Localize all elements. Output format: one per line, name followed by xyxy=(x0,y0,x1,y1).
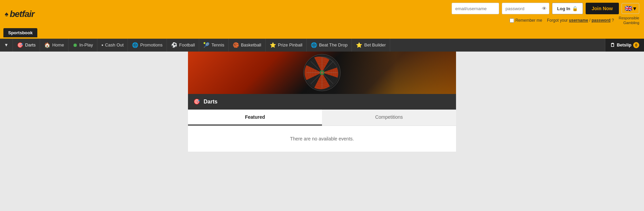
nav-label-basketball: Basketball xyxy=(241,42,261,47)
nav-label-promotions: Promotions xyxy=(140,42,163,47)
forgot-text: Forgot your username / password ? xyxy=(547,18,614,23)
nav-dropdown[interactable]: ▼ xyxy=(0,39,13,52)
content-area: 🎯 Darts Featured Competitions There are … xyxy=(188,52,456,152)
remember-me-checkbox[interactable] xyxy=(510,18,514,23)
logo[interactable]: ♠ betfair xyxy=(5,9,34,19)
header: ♠ betfair 👁 Log In 🔒 Join Now 🇬🇧 ▾ Reme xyxy=(0,0,644,28)
tennis-icon: 🎾 xyxy=(203,42,210,48)
sidebar-item-darts[interactable]: 🎯 Darts xyxy=(13,39,40,52)
darts-section: 🎯 Darts Featured Competitions There are … xyxy=(188,94,456,152)
logo-text: betfair xyxy=(10,9,34,19)
banner-overlay xyxy=(336,52,456,94)
lock-icon: 🔒 xyxy=(572,6,578,11)
tab-featured[interactable]: Featured xyxy=(188,110,322,126)
prize-pinball-icon: ⭐ xyxy=(270,42,276,48)
sidebar-item-home[interactable]: 🏠 Home xyxy=(40,39,69,52)
email-input[interactable] xyxy=(452,3,499,14)
dropdown-arrow: ▾ xyxy=(633,5,636,12)
nav-label-inplay: In-Play xyxy=(79,42,93,47)
sidebar-item-tennis[interactable]: 🎾 Tennis xyxy=(199,39,229,52)
remember-me-label[interactable]: Remember me xyxy=(510,18,542,23)
sidebar-item-cashout[interactable]: ▪ Cash Out xyxy=(97,39,128,52)
nav-label-prize-pinball: Prize Pinball xyxy=(278,42,302,47)
nav-label-tennis: Tennis xyxy=(211,42,224,47)
nav-label-football: Football xyxy=(179,42,195,47)
darts-section-header: 🎯 Darts xyxy=(188,94,456,110)
home-icon: 🏠 xyxy=(44,42,51,48)
bet-builder-icon: ⭐ xyxy=(356,42,362,48)
show-password-icon[interactable]: 👁 xyxy=(542,6,547,11)
logo-symbol: ♠ xyxy=(5,10,8,18)
flag-icon: 🇬🇧 xyxy=(625,5,632,12)
basketball-icon: 🏀 xyxy=(233,42,239,48)
darts-icon: 🎯 xyxy=(17,42,23,48)
nav-label-cashout: Cash Out xyxy=(105,42,124,47)
header-right: 👁 Log In 🔒 Join Now 🇬🇧 ▾ Remember me For… xyxy=(452,3,639,25)
sidebar-item-promotions[interactable]: 🌐 Promotions xyxy=(128,39,167,52)
betslip-button[interactable]: 🗒 Betslip 0 xyxy=(605,39,644,52)
forgot-username-link[interactable]: username xyxy=(569,18,588,23)
betslip-label: Betslip xyxy=(617,42,631,47)
nav-label-beat-the-drop: Beat The Drop xyxy=(319,42,347,47)
sidebar-item-football[interactable]: ⚽ Football xyxy=(167,39,199,52)
page-wrapper: 🎯 Darts Featured Competitions There are … xyxy=(0,52,644,152)
login-button[interactable]: Log In 🔒 xyxy=(552,3,583,14)
darts-section-title: Darts xyxy=(204,99,217,105)
sidebar-item-basketball[interactable]: 🏀 Basketball xyxy=(229,39,266,52)
responsible-gambling[interactable]: Responsible Gambling xyxy=(619,16,639,25)
cashout-icon: ▪ xyxy=(101,42,103,48)
header-meta: Remember me Forgot your username / passw… xyxy=(510,16,639,25)
password-wrap: 👁 xyxy=(502,3,549,14)
sidebar-item-bet-builder[interactable]: ⭐ Bet Builder xyxy=(352,39,390,52)
football-icon: ⚽ xyxy=(171,42,177,48)
nav-label-bet-builder: Bet Builder xyxy=(364,42,386,47)
sidebar-item-prize-pinball[interactable]: ⭐ Prize Pinball xyxy=(266,39,307,52)
sportsbook-tab[interactable]: Sportsbook xyxy=(3,28,37,37)
betslip-icon: 🗒 xyxy=(610,42,615,48)
sidebar-item-inplay[interactable]: ⏺ In-Play xyxy=(69,39,97,52)
dropdown-icon: ▼ xyxy=(4,42,8,47)
sidebar-item-beat-the-drop[interactable]: 🌐 Beat The Drop xyxy=(307,39,352,52)
login-form: 👁 Log In 🔒 Join Now 🇬🇧 ▾ xyxy=(452,3,639,14)
no-events-message: There are no available events. xyxy=(188,126,456,152)
main-nav: ▼ 🎯 Darts 🏠 Home ⏺ In-Play ▪ Cash Out 🌐 … xyxy=(0,39,644,52)
sportsbook-bar: Sportsbook xyxy=(0,28,644,39)
darts-section-icon: 🎯 xyxy=(193,98,200,105)
nav-right: 🗒 Betslip 0 xyxy=(605,39,644,52)
forgot-password-link[interactable]: password xyxy=(591,18,610,23)
login-label: Log In xyxy=(557,6,570,11)
darts-tabs: Featured Competitions xyxy=(188,110,456,126)
join-button[interactable]: Join Now xyxy=(586,3,619,14)
betslip-count: 0 xyxy=(633,42,639,48)
inplay-icon: ⏺ xyxy=(73,42,78,48)
nav-label-darts: Darts xyxy=(25,42,36,47)
beat-the-drop-icon: 🌐 xyxy=(311,42,317,48)
main-content: 🎯 Darts Featured Competitions There are … xyxy=(0,52,644,152)
promotions-icon: 🌐 xyxy=(132,42,138,48)
dartboard-svg xyxy=(303,54,341,91)
nav-label-home: Home xyxy=(52,42,64,47)
tab-competitions[interactable]: Competitions xyxy=(322,110,456,126)
darts-banner xyxy=(188,52,456,94)
language-selector[interactable]: 🇬🇧 ▾ xyxy=(622,3,639,14)
